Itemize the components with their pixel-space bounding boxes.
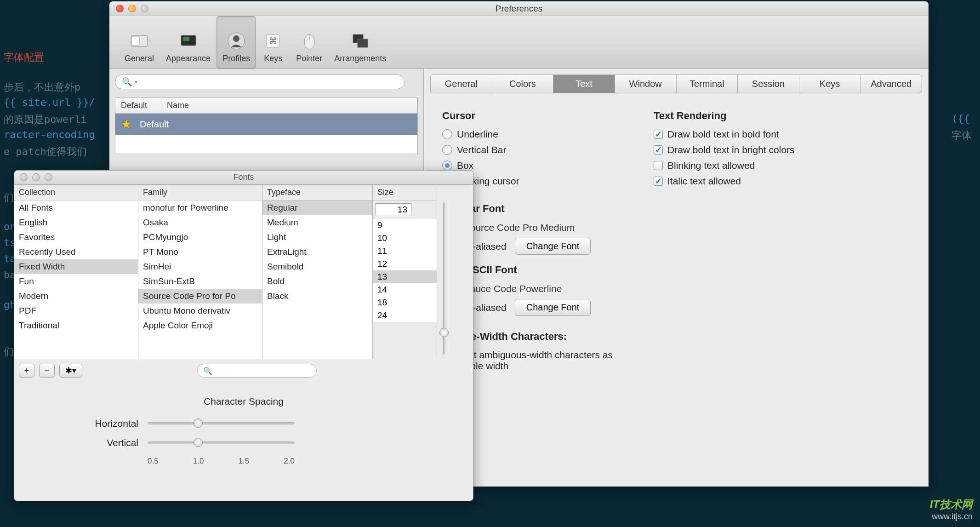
- bg-text: 字体配置: [4, 51, 44, 64]
- list-item[interactable]: Traditional: [14, 318, 138, 333]
- minimize-icon[interactable]: [128, 5, 136, 12]
- list-item[interactable]: SimSun-ExtB: [138, 274, 262, 289]
- col-default[interactable]: Default: [115, 98, 161, 113]
- cursor-vertical-bar[interactable]: Vertical Bar: [442, 144, 626, 155]
- list-item[interactable]: 10: [373, 232, 437, 245]
- toolbar-general[interactable]: General: [119, 16, 160, 69]
- remove-collection-button[interactable]: −: [39, 364, 55, 378]
- list-item[interactable]: Medium: [262, 215, 372, 230]
- watermark-logo: IT技术网: [930, 497, 973, 512]
- close-icon[interactable]: [116, 5, 124, 12]
- list-item[interactable]: Light: [262, 230, 372, 245]
- list-item[interactable]: 13: [373, 270, 437, 283]
- vertical-slider[interactable]: [148, 441, 295, 444]
- list-item[interactable]: 11: [373, 245, 437, 258]
- list-item[interactable]: Recently Used: [14, 245, 138, 259]
- slider-knob-icon[interactable]: [194, 438, 203, 447]
- tab-keys[interactable]: Keys: [799, 75, 861, 93]
- toolbar: General Appearance Profiles ⌘ Keys Point…: [109, 16, 929, 69]
- size-list[interactable]: 910111213141824: [373, 219, 437, 322]
- list-item[interactable]: monofur for Powerline: [138, 200, 262, 215]
- toolbar-label: General: [125, 54, 154, 63]
- list-item[interactable]: 9: [373, 219, 437, 232]
- tab-general[interactable]: General: [431, 75, 492, 93]
- list-item[interactable]: PCMyungjo: [138, 230, 262, 245]
- traffic-lights: [20, 173, 52, 181]
- collection-header: Collection: [14, 185, 138, 200]
- zoom-icon[interactable]: [45, 173, 52, 181]
- radio-icon: [442, 160, 452, 171]
- zoom-icon[interactable]: [141, 5, 148, 12]
- change-nonascii-font-button[interactable]: Change Font: [515, 299, 591, 316]
- text-rendering-title: Text Rendering: [654, 110, 795, 122]
- list-item[interactable]: 24: [373, 309, 437, 322]
- titlebar[interactable]: Preferences: [109, 1, 929, 16]
- size-input[interactable]: [376, 203, 411, 216]
- list-item[interactable]: Modern: [14, 289, 138, 304]
- close-icon[interactable]: [20, 173, 28, 181]
- size-slider[interactable]: [443, 202, 445, 355]
- fonts-titlebar[interactable]: Fonts: [14, 171, 473, 184]
- list-item[interactable]: Fixed Width: [14, 259, 138, 274]
- toolbar-label: Profiles: [222, 54, 250, 63]
- profile-search-input[interactable]: [140, 77, 398, 86]
- minimize-icon[interactable]: [32, 173, 40, 181]
- change-regular-font-button[interactable]: Change Font: [515, 238, 591, 255]
- list-item[interactable]: Fun: [14, 274, 138, 289]
- list-item[interactable]: 12: [373, 258, 437, 270]
- toolbar-pointer[interactable]: Pointer: [290, 16, 328, 69]
- list-item[interactable]: 14: [373, 283, 437, 296]
- tab-advanced[interactable]: Advanced: [860, 75, 922, 93]
- list-item[interactable]: SimHei: [138, 259, 262, 274]
- tab-session[interactable]: Session: [738, 75, 799, 93]
- list-item[interactable]: Semibold: [262, 259, 372, 274]
- cursor-underline[interactable]: Underline: [442, 129, 626, 140]
- tab-text[interactable]: Text: [553, 75, 615, 93]
- list-item[interactable]: Ubuntu Mono derivativ: [138, 304, 262, 318]
- label: Draw bold text in bright colors: [667, 144, 795, 155]
- bright-colors[interactable]: Draw bold text in bright colors: [654, 144, 795, 155]
- list-item[interactable]: Osaka: [138, 215, 262, 230]
- list-item[interactable]: PT Mono: [138, 245, 262, 259]
- profile-tabs: General Colors Text Window Terminal Sess…: [430, 74, 922, 93]
- list-item[interactable]: Source Code Pro for Po: [138, 289, 262, 304]
- italic-text[interactable]: Italic text allowed: [654, 176, 795, 187]
- window-title: Preferences: [496, 4, 542, 14]
- list-item[interactable]: ExtraLight: [262, 245, 372, 259]
- col-name[interactable]: Name: [161, 98, 417, 113]
- list-item[interactable]: Black: [262, 289, 372, 304]
- list-item[interactable]: 18: [373, 296, 437, 309]
- blinking-text[interactable]: Blinking text allowed: [654, 160, 795, 171]
- tab-window[interactable]: Window: [615, 75, 677, 93]
- slider-knob-icon[interactable]: [439, 328, 449, 337]
- list-item[interactable]: English: [14, 215, 138, 230]
- watermark: IT技术网 www.itjs.cn: [930, 497, 973, 521]
- toolbar-keys[interactable]: ⌘ Keys: [256, 16, 290, 69]
- bold-font[interactable]: Draw bold text in bold font: [654, 129, 795, 140]
- list-item[interactable]: PDF: [14, 304, 138, 318]
- typeface-list[interactable]: RegularMediumLightExtraLightSemiboldBold…: [262, 200, 372, 359]
- slider-knob-icon[interactable]: [194, 418, 203, 428]
- toolbar-arrangements[interactable]: Arrangements: [328, 16, 392, 69]
- list-item[interactable]: All Fonts: [14, 200, 138, 215]
- fonts-search[interactable]: 🔍: [197, 364, 317, 378]
- tab-terminal[interactable]: Terminal: [677, 75, 738, 93]
- profile-search[interactable]: 🔍 ▾: [115, 74, 405, 89]
- horizontal-slider[interactable]: [148, 422, 295, 425]
- content-area: General Colors Text Window Terminal Sess…: [424, 69, 929, 487]
- action-menu-button[interactable]: ✱▾: [59, 364, 82, 378]
- profile-row-default[interactable]: ★ Default: [115, 114, 417, 135]
- collection-list[interactable]: All FontsEnglishFavoritesRecently UsedFi…: [14, 200, 138, 359]
- toolbar-appearance[interactable]: Appearance: [160, 16, 217, 69]
- toolbar-profiles[interactable]: Profiles: [217, 16, 256, 69]
- cursor-title: Cursor: [442, 110, 626, 122]
- list-item[interactable]: Bold: [262, 274, 372, 289]
- family-list[interactable]: monofur for PowerlineOsakaPCMyungjoPT Mo…: [138, 200, 262, 359]
- add-collection-button[interactable]: +: [19, 364, 34, 378]
- fonts-footer: + − ✱▾ 🔍: [14, 359, 473, 382]
- list-item[interactable]: Favorites: [14, 230, 138, 245]
- list-item[interactable]: Apple Color Emoji: [138, 318, 262, 333]
- list-item[interactable]: Regular: [262, 200, 372, 215]
- tab-colors[interactable]: Colors: [492, 75, 554, 93]
- cursor-box[interactable]: Box: [442, 160, 626, 171]
